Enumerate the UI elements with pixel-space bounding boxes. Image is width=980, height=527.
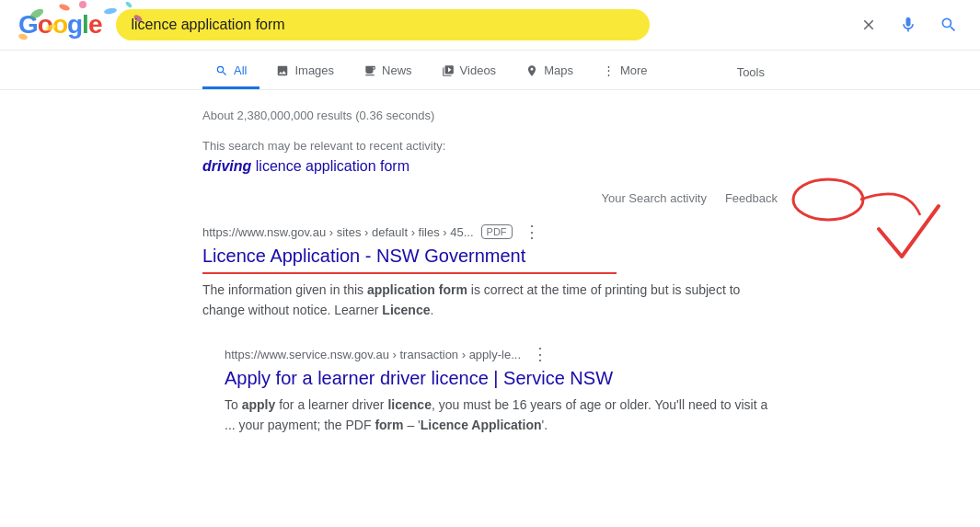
tab-videos[interactable]: Videos [429, 54, 510, 89]
tab-images-label: Images [294, 63, 334, 77]
microphone-icon [899, 16, 917, 34]
suggestion-link[interactable]: driving licence application form [202, 158, 409, 174]
result-item-2: https://www.service.nsw.gov.au › transac… [202, 342, 778, 435]
your-search-activity-link[interactable]: Your Search activity [601, 191, 706, 205]
header: Google [0, 0, 980, 51]
logo-g: G [18, 10, 38, 39]
feedback-row: Your Search activity Feedback [202, 191, 778, 205]
suggestion-rest: licence application form [251, 158, 409, 174]
videos-tab-icon [442, 64, 455, 77]
logo-g2: g [67, 10, 82, 39]
svg-point-7 [125, 1, 133, 8]
svg-point-8 [793, 179, 863, 220]
search-bar[interactable] [116, 9, 650, 40]
suggestion-label: This search may be relevant to recent ac… [202, 139, 778, 153]
pdf-badge: PDF [481, 224, 513, 239]
svg-point-2 [104, 7, 118, 15]
search-input[interactable] [131, 17, 635, 33]
result-2-url: https://www.service.nsw.gov.au › transac… [225, 348, 521, 361]
images-tab-icon [276, 64, 289, 77]
svg-point-5 [79, 1, 86, 8]
result-item-1: https://www.nsw.gov.au › sites › default… [202, 220, 778, 320]
result-2-more-button[interactable]: ⋮ [528, 342, 552, 366]
feedback-link[interactable]: Feedback [725, 191, 778, 205]
logo-o2: o [52, 10, 67, 39]
result-1-underline [202, 272, 617, 274]
result-1-url-row: https://www.nsw.gov.au › sites › default… [202, 220, 778, 244]
logo-o1: o [38, 10, 52, 39]
maps-tab-icon [525, 64, 538, 77]
snippet2-bold-2: licence [387, 397, 431, 412]
checkmark-annotation [778, 165, 943, 293]
tab-more[interactable]: ⋮ More [590, 54, 661, 89]
suggestion-italic-part: driving [202, 158, 251, 174]
tab-images[interactable]: Images [263, 54, 347, 89]
close-icon [860, 17, 877, 33]
logo-l: l [82, 10, 88, 39]
results-count: About 2,380,000,000 results (0.36 second… [202, 109, 778, 122]
tab-news-label: News [382, 63, 412, 77]
result-1-more-button[interactable]: ⋮ [520, 220, 544, 244]
main-content: About 2,380,000,000 results (0.36 second… [0, 90, 980, 475]
snippet2-bold-4: Licence Application [421, 418, 542, 432]
snippet2-bold-3: form [375, 418, 403, 432]
result-1-title[interactable]: Licence Application - NSW Government [202, 246, 778, 267]
tab-all-label: All [234, 63, 247, 77]
search-icon [940, 16, 958, 34]
snippet2-bold-1: apply [242, 397, 276, 412]
voice-search-button[interactable] [895, 12, 921, 38]
search-tab-icon [215, 64, 228, 77]
result-1-snippet: The information given in this applicatio… [202, 280, 778, 320]
result-2-url-row: https://www.service.nsw.gov.au › transac… [225, 342, 778, 366]
result-2-title[interactable]: Apply for a learner driver licence | Ser… [225, 368, 778, 389]
clear-button[interactable] [857, 13, 881, 37]
tools-button[interactable]: Tools [724, 56, 778, 88]
tab-all[interactable]: All [202, 54, 259, 89]
logo-e: e [88, 10, 102, 39]
snippet-bold-2: Licence [382, 303, 430, 317]
suggestion-box: This search may be relevant to recent ac… [202, 139, 778, 175]
tab-maps[interactable]: Maps [513, 54, 586, 89]
news-tab-icon [363, 64, 376, 77]
search-action-icons [857, 12, 962, 38]
google-logo: Google [18, 10, 101, 40]
more-tab-dots: ⋮ [603, 63, 615, 77]
tab-news[interactable]: News [351, 54, 425, 89]
result-2-snippet: To apply for a learner driver licence, y… [225, 395, 778, 435]
search-button[interactable] [936, 12, 962, 38]
result-1-url: https://www.nsw.gov.au › sites › default… [202, 225, 474, 239]
tab-videos-label: Videos [460, 63, 497, 77]
snippet-bold-1: application form [367, 282, 467, 297]
tab-more-label: More [620, 63, 648, 77]
tab-maps-label: Maps [544, 63, 573, 77]
nav-tabs: All Images News Videos Maps ⋮ More Tools [0, 51, 980, 90]
